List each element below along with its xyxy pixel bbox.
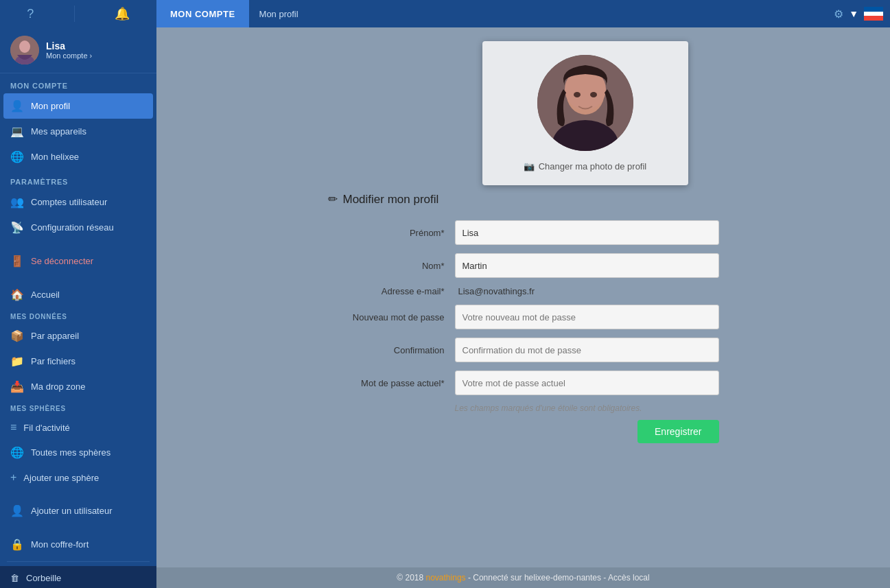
prenom-row: Prénom* <box>328 220 719 245</box>
svg-point-1 <box>19 40 30 53</box>
sidebar-item-label: Ajouter un utilisateur <box>31 506 113 516</box>
email-row: Adresse e-mail* Lisa@novathings.fr <box>328 286 719 296</box>
sidebar-item-logout[interactable]: 🚪 Se déconnecter <box>0 248 156 274</box>
parametres-section-title: PARAMÈTRES <box>0 169 156 189</box>
sidebar-item-par-fichiers[interactable]: 📁 Par fichiers <box>0 349 156 374</box>
sidebar-item-label: Comptes utilisateur <box>31 197 107 207</box>
sidebar-item-label: Mon profil <box>31 101 70 111</box>
chevron-down-icon[interactable]: ▼ <box>849 8 858 19</box>
mes-spheres-title: MES SPHÈRES <box>0 399 156 415</box>
prenom-input[interactable] <box>455 220 719 245</box>
settings-icon[interactable]: ⚙ <box>834 8 843 21</box>
new-password-row: Nouveau mot de passe <box>328 305 719 329</box>
sidebar-item-label: Mon coffre-fort <box>31 539 89 550</box>
email-label: Adresse e-mail* <box>328 286 455 296</box>
confirm-input[interactable] <box>455 338 719 362</box>
sidebar-item-fil-activite[interactable]: ≡ Fil d'activité <box>0 415 156 440</box>
svg-point-8 <box>590 92 597 97</box>
help-icon[interactable]: ? <box>27 7 34 21</box>
sidebar-item-label: Mon helixee <box>31 152 79 162</box>
wifi-icon: 📡 <box>10 221 24 234</box>
form-actions: Enregistrer <box>328 420 719 443</box>
confirm-row: Confirmation <box>328 338 719 362</box>
current-password-input[interactable] <box>455 371 719 395</box>
topbar-left: ? 🔔 <box>0 5 156 22</box>
form-title: ✏ Modifier mon profil <box>328 192 719 207</box>
sidebar-item-label: Ma drop zone <box>31 381 86 392</box>
sidebar-item-ajouter-utilisateur[interactable]: 👤 Ajouter un utilisateur <box>0 498 156 524</box>
profile-card: 📷 Changer ma photo de profil <box>482 41 688 185</box>
helixee-icon: 🌐 <box>10 150 24 163</box>
device-icon: 💻 <box>10 125 24 138</box>
sidebar: Lisa Mon compte › MON COMPTE 👤 Mon profi… <box>0 27 156 588</box>
nom-label: Nom* <box>328 261 455 271</box>
topbar: ? 🔔 MON COMPTE Mon profil ⚙ ▼ <box>0 0 890 27</box>
sidebar-item-label: Accueil <box>31 290 60 300</box>
new-password-label: Nouveau mot de passe <box>328 312 455 322</box>
add-sphere-icon: + <box>10 471 16 484</box>
sidebar-item-par-appareil[interactable]: 📦 Par appareil <box>0 323 156 349</box>
user-info: Lisa Mon compte › <box>46 40 92 60</box>
sidebar-item-label: Par appareil <box>31 331 79 341</box>
sidebar-divider-5 <box>7 561 150 562</box>
sidebar-item-coffre-fort[interactable]: 🔒 Mon coffre-fort <box>0 532 156 557</box>
form-hint: Les champs marqués d'une étoile sont obl… <box>455 403 719 413</box>
profile-form: ✏ Modifier mon profil Prénom* Nom* Adres… <box>328 192 719 443</box>
dropzone-icon: 📥 <box>10 380 24 393</box>
avatar <box>10 36 39 64</box>
new-password-input[interactable] <box>455 305 719 329</box>
sidebar-item-label: Se déconnecter <box>31 256 93 266</box>
logout-icon: 🚪 <box>10 255 24 268</box>
mon-compte-section-title: MON COMPTE <box>0 73 156 93</box>
sidebar-item-ajouter-sphere[interactable]: + Ajouter une sphère <box>0 465 156 490</box>
main-layout: Lisa Mon compte › MON COMPTE 👤 Mon profi… <box>0 27 890 588</box>
mon-profil-breadcrumb[interactable]: Mon profil <box>249 9 309 19</box>
nom-row: Nom* <box>328 253 719 278</box>
topbar-center: MON COMPTE Mon profil <box>156 0 834 27</box>
prenom-label: Prénom* <box>328 228 455 238</box>
sidebar-item-toutes-spheres[interactable]: 🌐 Toutes mes sphères <box>0 440 156 465</box>
main-content: 📷 Changer ma photo de profil ✏ Modifier … <box>156 27 890 588</box>
form-title-text: Modifier mon profil <box>343 193 439 207</box>
sidebar-item-label: Par fichiers <box>31 356 75 366</box>
current-password-row: Mot de passe actuel* <box>328 371 719 395</box>
home-icon: 🏠 <box>10 288 24 301</box>
email-value: Lisa@novathings.fr <box>455 286 719 296</box>
svg-point-7 <box>574 92 581 97</box>
users-icon: 👥 <box>10 196 24 209</box>
save-button[interactable]: Enregistrer <box>637 420 718 443</box>
sidebar-item-drop-zone[interactable]: 📥 Ma drop zone <box>0 374 156 399</box>
mon-compte-tab[interactable]: MON COMPTE <box>156 0 249 27</box>
sidebar-item-label: Toutes mes sphères <box>31 447 110 458</box>
sidebar-item-label: Configuration réseau <box>31 222 114 233</box>
sidebar-item-label: Mes appareils <box>31 126 86 137</box>
mes-donnees-title: MES DONNÉES <box>0 307 156 323</box>
profile-photo <box>537 55 633 151</box>
user-icon: 👤 <box>10 99 24 113</box>
current-password-label: Mot de passe actuel* <box>328 378 455 388</box>
sidebar-footer: 🗑 Corbeille <box>0 557 156 588</box>
topbar-right: ⚙ ▼ <box>834 7 890 21</box>
sidebar-item-configuration-reseau[interactable]: 📡 Configuration réseau <box>0 215 156 240</box>
trash-icon: 🗑 <box>10 573 19 583</box>
footer-copyright: © 2018 <box>397 573 423 583</box>
language-flag[interactable] <box>864 7 883 21</box>
sidebar-item-mon-helixee[interactable]: 🌐 Mon helixee <box>0 144 156 169</box>
nom-input[interactable] <box>455 253 719 278</box>
spheres-icon: 🌐 <box>10 446 24 459</box>
sidebar-item-comptes-utilisateur[interactable]: 👥 Comptes utilisateur <box>0 189 156 215</box>
main-footer: © 2018 novathings - Connecté sur helixee… <box>156 567 890 588</box>
sidebar-item-accueil[interactable]: 🏠 Accueil <box>0 282 156 307</box>
user-role: Mon compte › <box>46 51 92 60</box>
footer-suffix: - Connecté sur helixee-demo-nantes - Acc… <box>468 573 650 583</box>
topbar-divider <box>74 5 75 22</box>
sidebar-item-mon-profil[interactable]: 👤 Mon profil <box>3 93 153 119</box>
user-section: Lisa Mon compte › <box>0 27 156 73</box>
change-photo-button[interactable]: 📷 Changer ma photo de profil <box>524 161 647 172</box>
notification-icon[interactable]: 🔔 <box>115 6 130 21</box>
sidebar-item-mes-appareils[interactable]: 💻 Mes appareils <box>0 119 156 144</box>
confirm-label: Confirmation <box>328 345 455 355</box>
sidebar-item-corbeille[interactable]: 🗑 Corbeille <box>0 566 156 588</box>
device2-icon: 📦 <box>10 329 24 342</box>
user-name: Lisa <box>46 40 92 51</box>
